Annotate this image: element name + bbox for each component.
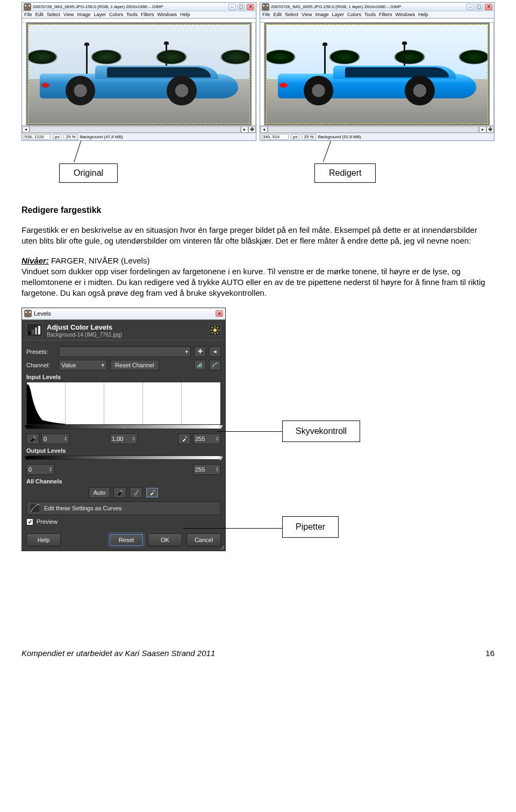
scroll-right-icon[interactable]: ▸: [241, 126, 248, 133]
input-high-spinner[interactable]: 255▲▼: [193, 433, 221, 444]
menu-tools[interactable]: Tools: [364, 12, 376, 17]
pick-black-icon[interactable]: [113, 487, 126, 498]
gimp-window-edited: 20070726_IMG_0695.JPG-158.0 (RGB, 1 laye…: [260, 2, 494, 141]
all-channels-label: All Channels: [26, 478, 221, 485]
svg-line-11: [217, 327, 218, 328]
minimize-button[interactable]: –: [467, 4, 474, 10]
histogram: [26, 382, 221, 425]
histogram-linear-icon[interactable]: [194, 360, 206, 371]
scrollbar-vertical[interactable]: [252, 23, 256, 125]
gimp-menubar: File Edit Select View Image Layer Colors…: [260, 11, 494, 18]
gimp-icon: [24, 3, 31, 11]
pointer-coords: [24, 134, 51, 140]
menu-image[interactable]: Image: [77, 12, 90, 17]
input-gradient[interactable]: [26, 425, 221, 429]
slider-white-icon[interactable]: [218, 425, 223, 429]
canvas[interactable]: [264, 23, 490, 125]
menu-view[interactable]: View: [63, 12, 74, 17]
unit-selector[interactable]: px: [53, 134, 61, 140]
edit-as-curves-label: Edit these Settings as Curves: [44, 505, 121, 511]
unit-selector[interactable]: px: [291, 134, 299, 140]
zoom-selector[interactable]: 25 %: [302, 134, 316, 140]
preset-menu-button[interactable]: ◂: [209, 346, 221, 357]
slider-out-white-icon[interactable]: [218, 457, 223, 460]
pick-white-icon[interactable]: [146, 487, 159, 498]
auto-button[interactable]: Auto: [89, 487, 111, 498]
menu-file[interactable]: File: [24, 12, 32, 17]
zoom-selector[interactable]: 25 %: [63, 134, 77, 140]
menu-colors[interactable]: Colors: [109, 12, 123, 17]
menu-tools[interactable]: Tools: [126, 12, 138, 17]
close-button[interactable]: ✕: [216, 310, 223, 317]
menu-layer[interactable]: Layer: [332, 12, 344, 17]
menu-filters[interactable]: Filters: [141, 12, 154, 17]
histogram-log-icon[interactable]: [209, 360, 221, 371]
scroll-left-icon[interactable]: ◂: [260, 126, 268, 133]
label-original: Original: [59, 163, 118, 183]
gimp-titlebar: 20070726_IMG_0695.JPG-158.0 (RGB, 1 laye…: [260, 3, 494, 11]
channel-dropdown[interactable]: Value▾: [59, 360, 107, 371]
menu-help[interactable]: Help: [418, 12, 428, 17]
menu-layer[interactable]: Layer: [94, 12, 106, 17]
close-button[interactable]: ✕: [247, 4, 254, 10]
output-low-spinner[interactable]: 0▲▼: [26, 464, 54, 475]
window-title: 20070726_IMG_0695.JPG-158.0 (RGB, 1 laye…: [271, 4, 465, 9]
eyedropper-black-icon[interactable]: [26, 433, 39, 444]
slider-out-black-icon[interactable]: [24, 457, 30, 460]
svg-rect-0: [28, 332, 31, 334]
menu-file[interactable]: File: [262, 12, 270, 17]
dialog-header: Adjust Color Levels Background-14 (IMG_7…: [22, 320, 225, 340]
menu-help[interactable]: Help: [180, 12, 190, 17]
levels-area: Levels ✕ Adjust Color Levels Background-…: [22, 308, 494, 641]
ruler-horizontal: [260, 18, 494, 23]
output-high-spinner[interactable]: 255▲▼: [193, 464, 221, 475]
eyedropper-white-icon[interactable]: [178, 433, 191, 444]
slider-black-icon[interactable]: [24, 425, 30, 429]
statusbar: px 25 % Background (47,6 MB): [22, 133, 256, 140]
input-low-spinner[interactable]: 0▲▼: [41, 433, 69, 444]
reset-channel-button[interactable]: Reset Channel: [110, 360, 159, 371]
svg-rect-2: [35, 327, 37, 334]
channel-label: Channel:: [26, 362, 55, 368]
slider-gamma-icon[interactable]: [121, 425, 126, 429]
menu-select[interactable]: Select: [285, 12, 298, 17]
scroll-right-icon[interactable]: ▸: [479, 126, 486, 133]
preview-checkbox[interactable]: ✔: [26, 518, 33, 525]
menu-edit[interactable]: Edit: [274, 12, 282, 17]
menu-colors[interactable]: Colors: [347, 12, 361, 17]
scrollbar-horizontal[interactable]: ◂ ▸ ✥: [260, 125, 494, 133]
menu-filters[interactable]: Filters: [379, 12, 392, 17]
presets-dropdown[interactable]: ▾: [59, 346, 191, 357]
pick-gray-icon[interactable]: [130, 487, 142, 498]
canvas[interactable]: [26, 23, 252, 125]
annotation-line: [183, 528, 282, 529]
resize-grip-icon[interactable]: [219, 544, 224, 550]
input-gamma-spinner[interactable]: 1,00▲▼: [110, 433, 138, 444]
cancel-button[interactable]: Cancel: [187, 533, 221, 546]
menu-windows[interactable]: Windows: [395, 12, 415, 17]
menu-windows[interactable]: Windows: [157, 12, 177, 17]
reset-button[interactable]: Reset: [109, 533, 144, 546]
zoom-handle-icon[interactable]: ✥: [486, 126, 494, 133]
add-preset-button[interactable]: ✚: [194, 346, 206, 357]
scrollbar-vertical[interactable]: [490, 23, 494, 125]
help-button[interactable]: Help: [26, 533, 61, 546]
svg-rect-1: [32, 330, 34, 334]
scroll-left-icon[interactable]: ◂: [22, 126, 30, 133]
menu-view[interactable]: View: [302, 12, 312, 17]
output-gradient[interactable]: [26, 455, 221, 460]
svg-rect-21: [30, 504, 40, 512]
scrollbar-horizontal[interactable]: ◂ ▸ ✥: [22, 125, 256, 133]
edit-as-curves-button[interactable]: Edit these Settings as Curves: [26, 501, 221, 515]
label-row: Original Redigert: [22, 144, 494, 193]
zoom-handle-icon[interactable]: ✥: [248, 126, 256, 133]
menu-select[interactable]: Select: [47, 12, 60, 17]
gimp-icon: [262, 3, 269, 11]
close-button[interactable]: ✕: [485, 4, 492, 10]
minimize-button[interactable]: –: [228, 4, 236, 10]
maximize-button[interactable]: ▢: [476, 4, 483, 10]
ok-button[interactable]: OK: [148, 533, 182, 546]
menu-image[interactable]: Image: [315, 12, 328, 17]
menu-edit[interactable]: Edit: [35, 12, 44, 17]
maximize-button[interactable]: ▢: [238, 4, 245, 10]
